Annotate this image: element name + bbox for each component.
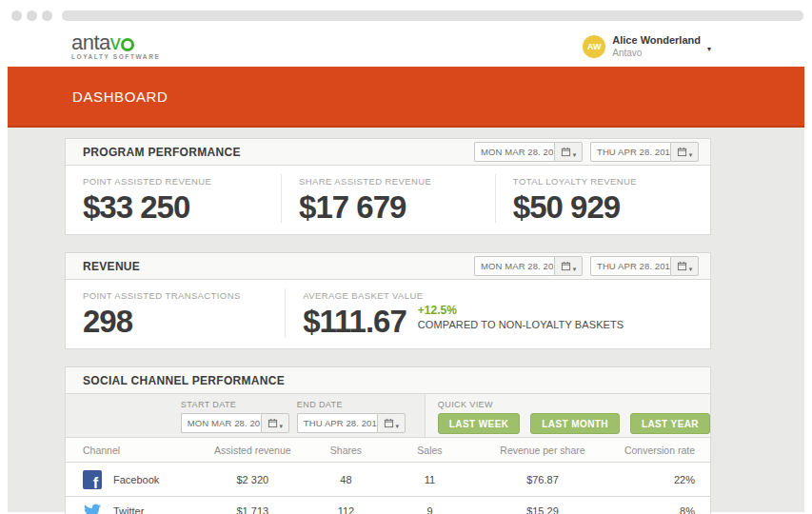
date-value[interactable]: THU APR 28. 2016	[590, 256, 670, 276]
last-year-button[interactable]: LAST YEAR	[630, 413, 710, 434]
chevron-down-icon	[573, 258, 577, 275]
program-performance-header: PROGRAM PERFORMANCE MON MAR 28. 2016 THU…	[65, 138, 711, 166]
table-row-facebook: f Facebook $2 320 48 11 $76.87 22%	[65, 463, 711, 497]
cell-conversion-rate: 22%	[607, 474, 710, 485]
metric-value: $50 929	[513, 191, 693, 223]
metric-label: POINT ASSISTED TRANSACTIONS	[83, 290, 267, 301]
end-date-picker[interactable]: THU APR 28. 2016	[297, 413, 406, 433]
calendar-icon	[267, 418, 278, 428]
chevron-down-icon	[689, 144, 693, 161]
nav-bar: DASHBOARD	[8, 67, 804, 128]
chevron-down-icon	[573, 144, 577, 161]
column-header-assisted-revenue: Assisted revenue	[194, 445, 310, 456]
user-menu[interactable]: AW Alice Wonderland Antavo	[583, 34, 711, 58]
section-program-performance: PROGRAM PERFORMANCE MON MAR 28. 2016 THU…	[65, 138, 711, 235]
cell-sales: 9	[382, 505, 479, 514]
program-date-from-picker[interactable]: MON MAR 28. 2016	[474, 142, 583, 162]
metric-average-basket-value: AVERAGE BASKET VALUE $111.67 +12.5% COMP…	[285, 288, 710, 337]
end-date-label: END DATE	[297, 400, 406, 409]
calendar-button[interactable]	[261, 413, 289, 433]
revenue-date-to-picker[interactable]: THU APR 28. 2016	[590, 256, 699, 276]
page-title: DASHBOARD	[72, 89, 168, 105]
cell-conversion-rate: 8%	[607, 505, 710, 514]
twitter-bird-icon	[83, 502, 102, 514]
section-social-channel-performance: SOCIAL CHANNEL PERFORMANCE START DATE MO…	[65, 366, 711, 514]
user-company: Antavo	[612, 48, 701, 59]
logo-text: anta	[71, 32, 110, 53]
metric-point-assisted-revenue: POINT ASSISTED REVENUE $33 250	[66, 174, 281, 223]
logo-text-accent: v	[110, 32, 121, 53]
column-header-revenue-per-share: Revenue per share	[478, 445, 606, 456]
calendar-button[interactable]	[670, 142, 699, 162]
metric-point-assisted-transactions: POINT ASSISTED TRANSACTIONS 298	[66, 288, 285, 337]
metric-delta-note: COMPARED TO NON-LOYALTY BASKETS	[418, 319, 624, 330]
metric-label: TOTAL LOYALTY REVENUE	[513, 176, 693, 187]
table-row-twitter: Twitter $1 713 112 9 $15.29 8%	[65, 497, 711, 514]
quick-view-group: QUICK VIEW LAST WEEK LAST MONTH LAST YEA…	[425, 394, 710, 437]
channel-name: Twitter	[113, 505, 144, 514]
antavo-logo[interactable]: antav LOYALTY SOFTWARE	[71, 32, 160, 61]
calendar-button[interactable]	[554, 256, 583, 276]
metric-value: $111.67	[303, 306, 406, 337]
metric-value: 298	[83, 306, 267, 337]
calendar-icon	[561, 147, 571, 157]
calendar-button[interactable]	[554, 142, 583, 162]
date-value[interactable]: MON MAR 28. 2016	[474, 256, 554, 276]
column-header-channel: Channel	[66, 445, 194, 456]
section-title: SOCIAL CHANNEL PERFORMANCE	[83, 374, 285, 387]
cell-shares: 48	[310, 474, 381, 485]
revenue-date-from-picker[interactable]: MON MAR 28. 2016	[474, 256, 583, 276]
last-month-button[interactable]: LAST MONTH	[530, 413, 620, 434]
calendar-button[interactable]	[377, 413, 406, 433]
cell-revenue-per-share: $15.29	[478, 505, 606, 514]
chevron-down-icon	[280, 415, 284, 432]
address-bar[interactable]	[62, 10, 803, 21]
app-header: antav LOYALTY SOFTWARE AW Alice Wonderla…	[0, 27, 812, 67]
logo-subtitle: LOYALTY SOFTWARE	[71, 54, 160, 61]
end-date-group: END DATE THU APR 28. 2016	[297, 394, 406, 437]
quick-view-label: QUICK VIEW	[438, 400, 710, 409]
metric-value: $17 679	[299, 191, 478, 223]
browser-chrome	[0, 0, 812, 27]
window-dot	[27, 10, 37, 21]
metric-delta: +12.5%	[418, 304, 624, 317]
calendar-icon	[677, 261, 687, 271]
section-title: REVENUE	[83, 260, 140, 273]
revenue-metrics: POINT ASSISTED TRANSACTIONS 298 AVERAGE …	[65, 280, 711, 349]
column-header-conversion-rate: Conversion rate	[607, 445, 710, 456]
calendar-icon	[677, 147, 687, 157]
metric-share-assisted-revenue: SHARE ASSISTED REVENUE $17 679	[281, 174, 495, 223]
facebook-icon: f	[83, 470, 102, 489]
column-header-sales: Sales	[382, 445, 479, 456]
date-value[interactable]: THU APR 28. 2016	[590, 142, 670, 162]
calendar-button[interactable]	[670, 256, 699, 276]
program-date-to-picker[interactable]: THU APR 28. 2016	[590, 142, 699, 162]
metric-label: SHARE ASSISTED REVENUE	[299, 176, 478, 187]
column-header-shares: Shares	[310, 445, 381, 456]
social-header: SOCIAL CHANNEL PERFORMANCE	[65, 366, 711, 394]
date-value[interactable]: MON MAR 28. 2016	[474, 142, 554, 162]
start-date-label: START DATE	[181, 400, 289, 409]
cell-sales: 11	[382, 474, 479, 485]
revenue-header: REVENUE MON MAR 28. 2016 THU APR 28. 201…	[65, 252, 711, 280]
section-revenue: REVENUE MON MAR 28. 2016 THU APR 28. 201…	[65, 252, 711, 349]
calendar-icon	[561, 261, 571, 271]
metric-total-loyalty-revenue: TOTAL LOYALTY REVENUE $50 929	[495, 174, 710, 223]
window-dot	[11, 10, 22, 21]
start-date-picker[interactable]: MON MAR 28. 2016	[181, 413, 289, 433]
cell-assisted-revenue: $2 320	[194, 474, 310, 485]
avatar: AW	[583, 35, 605, 58]
section-title: PROGRAM PERFORMANCE	[83, 146, 241, 159]
last-week-button[interactable]: LAST WEEK	[438, 413, 521, 434]
chevron-down-icon	[396, 415, 400, 432]
window-dot	[42, 10, 52, 21]
social-filter-bar: START DATE MON MAR 28. 2016 END DATE THU…	[65, 394, 711, 438]
chevron-down-icon	[689, 258, 693, 275]
channel-name: Facebook	[113, 474, 159, 485]
date-value[interactable]: MON MAR 28. 2016	[181, 413, 261, 433]
date-value[interactable]: THU APR 28. 2016	[297, 413, 377, 433]
program-performance-metrics: POINT ASSISTED REVENUE $33 250 SHARE ASS…	[65, 166, 711, 235]
cell-shares: 112	[310, 505, 381, 514]
metric-label: AVERAGE BASKET VALUE	[303, 290, 693, 301]
social-table-header: Channel Assisted revenue Shares Sales Re…	[65, 438, 711, 463]
